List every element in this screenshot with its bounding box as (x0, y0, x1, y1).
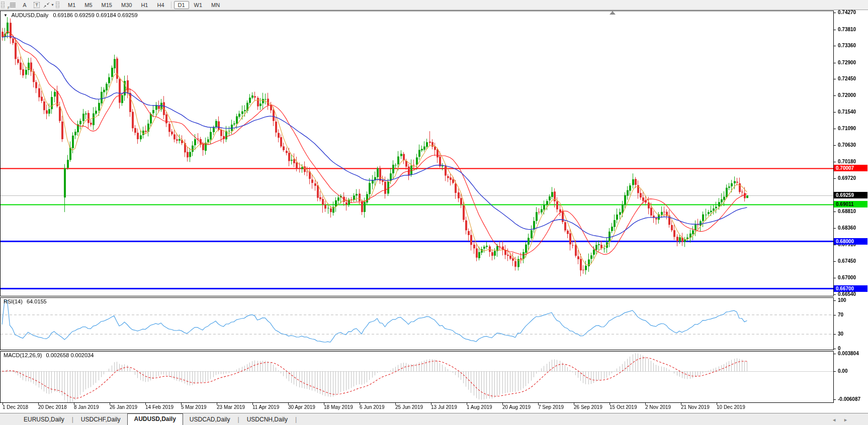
macd-values: 0.002658 0.002034 (46, 352, 94, 358)
chart-tab-eurusd[interactable]: EURUSD,Daily (17, 415, 71, 425)
date-tick-label: 11 Apr 2019 (252, 404, 279, 410)
price-tick-label: 0.73810 (838, 27, 856, 32)
dropdown-caret-icon[interactable]: ▼ (51, 3, 54, 7)
chart-canvas[interactable] (0, 0, 868, 425)
toolbar: F A T ▼ M1M5M15M30H1H4D1W1MN (0, 0, 868, 10)
arrows-glyph (43, 2, 50, 8)
price-tick-label: 0.72000 (838, 92, 856, 98)
toolbar-drag-handle[interactable] (1, 2, 5, 8)
date-tick-label: 1 Dec 2018 (3, 404, 28, 410)
grid-glyph (10, 3, 16, 8)
price-badge: 0.69259 (834, 192, 867, 198)
macd-scale-label: -0.006087 (838, 396, 860, 402)
date-tick-label: 23 Mar 2019 (217, 404, 245, 410)
price-tick-label: 0.67450 (838, 258, 856, 264)
timeframe-button-w1[interactable]: W1 (190, 1, 207, 9)
date-tick-label: 7 Sep 2019 (538, 404, 564, 410)
tab-separator: | (71, 415, 74, 425)
price-tick-label: 0.72900 (838, 60, 856, 65)
rsi-name: RSI(14) (4, 298, 23, 304)
price-tick-label: 0.66540 (838, 291, 856, 297)
price-tick-label: 0.72450 (838, 76, 856, 81)
price-badge: 0.69011 (834, 201, 867, 207)
rsi-value: 64.0155 (27, 298, 47, 304)
price-tick-label: 0.68360 (838, 225, 856, 231)
price-tick-label: 0.70180 (838, 159, 856, 164)
grid-font-icon[interactable]: F (7, 1, 19, 9)
price-tick-label: 0.68810 (838, 208, 856, 214)
price-tick-label: 0.71090 (838, 126, 856, 131)
date-tick-label: 10 Dec 2019 (717, 404, 745, 410)
macd-indicator-label: MACD(12,26,9) 0.002658 0.002034 (4, 352, 94, 358)
timeframe-button-m5[interactable]: M5 (80, 1, 96, 9)
price-tick-label: 0.74270 (838, 10, 856, 15)
symbol-collapse-icon[interactable]: ▼ (4, 13, 8, 18)
date-tick-label: 18 May 2019 (324, 404, 353, 410)
timeframe-button-h4[interactable]: H4 (153, 1, 168, 9)
chart-title: ▼ AUDUSD,Daily 0.69186 0.69259 0.69184 0… (4, 12, 138, 18)
macd-scale-label: 0.00 (838, 368, 847, 374)
timeframe-button-m15[interactable]: M15 (98, 1, 116, 9)
ohlc-values: 0.69186 0.69259 0.69184 0.69259 (53, 12, 137, 18)
date-tick-label: 30 Apr 2019 (288, 404, 315, 410)
date-tick-label: 15 Oct 2019 (610, 404, 637, 410)
tabs: EURUSD,Daily|USDCHF,DailyAUDUSD,DailyUSD… (17, 413, 298, 425)
tab-separator: | (294, 415, 298, 425)
date-tick-label: 1 Aug 2019 (467, 404, 492, 410)
tab-scroll-arrows[interactable]: ◄► (832, 417, 855, 422)
text-box-icon[interactable]: T (31, 1, 43, 9)
date-tick-label: 20 Dec 2018 (38, 404, 67, 410)
rsi-indicator-label: RSI(14) 64.0155 (4, 298, 47, 304)
symbol-name: AUDUSD,Daily (11, 12, 48, 18)
chart-tab-audusd[interactable]: AUDUSD,Daily (127, 413, 183, 425)
date-tick-label: 21 Nov 2019 (681, 404, 710, 410)
macd-name: MACD(12,26,9) (4, 352, 42, 358)
date-tick-label: 6 Jun 2019 (360, 404, 385, 410)
chart-tab-usdcnh[interactable]: USDCNH,Daily (240, 415, 294, 425)
price-badge: 0.68000 (834, 238, 867, 245)
timeframe-button-m30[interactable]: M30 (117, 1, 136, 9)
date-tick-label: 25 Jun 2019 (395, 404, 423, 410)
text-box-glyph: T (34, 2, 40, 8)
toolbar-separator (171, 2, 171, 9)
timeframe-button-mn[interactable]: MN (207, 1, 224, 9)
date-tick-label: 13 Jul 2019 (431, 404, 457, 410)
chart-tab-usdchf[interactable]: USDCHF,Daily (74, 415, 127, 425)
price-tick-label: 0.73360 (838, 43, 856, 48)
price-tick-label: 0.69720 (838, 175, 856, 181)
rsi-scale-label: 0 (838, 346, 841, 351)
date-tick-label: 14 Feb 2019 (145, 404, 173, 410)
trading-platform-window: F A T ▼ M1M5M15M30H1H4D1W1MN ▼ AUDUSD,Da… (0, 0, 868, 425)
date-tick-label: 26 Jan 2019 (110, 404, 137, 410)
chart-tab-bar: EURUSD,Daily|USDCHF,DailyAUDUSD,DailyUSD… (0, 413, 868, 425)
timeframe-button-d1[interactable]: D1 (174, 1, 189, 9)
price-tick-label: 0.71540 (838, 109, 856, 115)
price-badge: 0.66700 (834, 285, 867, 292)
timeframe-button-m1[interactable]: M1 (64, 1, 79, 9)
date-tick-label: 2 Nov 2019 (645, 404, 671, 410)
toolbar-drag-handle-2[interactable] (56, 2, 59, 8)
price-badge: 0.70007 (834, 165, 867, 171)
text-label-icon[interactable]: A (19, 1, 31, 9)
rsi-scale-label: 30 (838, 331, 843, 337)
price-tick-label: 0.67000 (838, 275, 856, 280)
date-tick-label: 20 Aug 2019 (502, 404, 531, 410)
macd-scale-label: 0.003804 (838, 351, 859, 356)
timeframe-group: M1M5M15M30H1H4D1W1MN (63, 1, 224, 9)
timeframe-button-h1[interactable]: H1 (137, 1, 152, 9)
tab-separator: | (237, 415, 240, 425)
arrow-tools-icon[interactable]: ▼ (43, 1, 55, 9)
chart-tab-usdcad[interactable]: USDCAD,Daily (183, 415, 237, 425)
date-tick-label: 5 Mar 2019 (181, 404, 207, 410)
rsi-scale-label: 100 (838, 297, 846, 303)
grid-font-letter: F (8, 6, 10, 10)
date-tick-label: 8 Jan 2019 (74, 404, 99, 410)
date-tick-label: 26 Sep 2019 (574, 404, 602, 410)
price-tick-label: 0.70630 (838, 142, 856, 148)
rsi-scale-label: 70 (838, 312, 843, 317)
